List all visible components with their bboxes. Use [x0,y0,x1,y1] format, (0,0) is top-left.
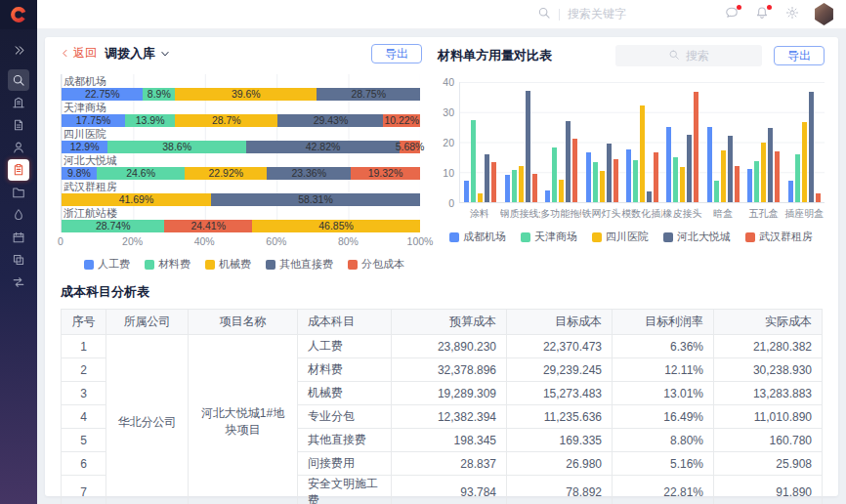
cell-actual-cost: 13,283.883 [714,382,823,405]
chevron-left-icon [61,49,69,58]
legend-item[interactable]: 武汉群租房 [745,230,813,244]
building-icon [12,96,25,109]
bar-segment-机械费: 28.7% [175,114,277,127]
legend-item[interactable]: 机械费 [205,257,251,272]
legend-swatch [745,232,755,242]
legend-item[interactable]: 四川医院 [592,230,649,244]
bar-segment-人工费: 9.8% [62,167,97,180]
legend-item[interactable]: 天津商场 [521,230,577,244]
grouped-bar-成都机场 [464,181,469,202]
stacked-chart-row: 武汉群租房41.69%58.31% [62,182,420,206]
sidebar [0,0,37,504]
app-logo[interactable] [0,0,37,29]
y-axis-tick: 30 [443,106,454,118]
global-search[interactable]: 搜索关键字 [537,6,673,23]
back-link[interactable]: 返回 [61,45,97,62]
grouped-bar-成都机场 [666,127,671,202]
sidebar-item-materials[interactable] [8,204,29,226]
chart-search-input[interactable]: 搜索 [615,45,762,66]
page-title: 调拨入库 [105,45,155,63]
sidebar-item-search[interactable] [8,69,29,91]
column-header: 序号 [62,310,106,335]
grouped-chart-x-axis: 涂料钢质接线盒多功能拖链铁网灯头模数化插座橡皮接头暗盒五孔盒插座明盒 [459,207,825,221]
cell-subject: 材料费 [298,358,392,382]
cell-target-margin: 13.01% [613,382,714,405]
dashboard-card: 返回 调拨入库 导出 成都机场22.75%8.9%39.6%28.75%天津商场… [45,37,838,496]
sidebar-item-documents[interactable] [8,114,29,136]
stacked-chart-row: 四川医院12.9%38.6%42.82%5.68% [62,129,420,153]
grouped-bar-天津商场 [795,154,800,203]
legend-item[interactable]: 人工费 [84,257,130,272]
x-axis-tick: 100% [407,235,434,247]
cell-actual-cost: 25.908 [714,452,823,476]
sidebar-item-expand[interactable] [8,39,29,61]
column-header: 实际成本 [714,310,823,335]
legend-item[interactable]: 材料费 [145,257,190,272]
legend-swatch [266,260,275,270]
bar-segment-其他直接费: 23.36% [267,167,351,180]
bar-category-label: 四川医院 [63,129,420,140]
cell-target-cost: 11,235.636 [507,405,613,429]
bar-group-多功能拖链 [541,82,581,202]
bar-segment-人工费: 12.9% [62,141,107,153]
legend-swatch [348,260,358,270]
grouped-bar-天津商场 [471,120,476,202]
notifications-button[interactable] [753,6,771,23]
bar-category-label: 武汉群租房 [63,182,420,192]
x-axis-tick: 60% [266,235,286,247]
x-axis-category-label: 模数化插座 [621,207,662,221]
bar-segment-分包成本: 19.32% [351,167,420,180]
bar-group-模数化插座 [622,82,662,202]
bar-segment-材料费: 24.6% [97,167,185,180]
user-avatar[interactable] [814,3,834,25]
bar-segment-其他直接费: 58.31% [211,193,420,206]
sidebar-item-members[interactable] [8,137,29,158]
bar-segment-人工费: 22.75% [62,88,143,101]
cell-subject: 人工费 [298,335,392,358]
legend-item[interactable]: 成都机场 [449,230,506,244]
grouped-bar-武汉群租房 [816,193,821,202]
settings-button[interactable] [783,6,801,23]
sidebar-item-inventory[interactable] [8,159,29,181]
table-title: 成本科目分析表 [61,283,823,301]
bar-segment-分包成本: 10.22% [383,114,420,127]
legend-label: 武汉群租房 [759,230,813,244]
legend-label: 天津商场 [534,230,577,244]
bar-group-inner [505,82,537,202]
legend-item[interactable]: 分包成本 [348,257,404,272]
sidebar-item-transfer[interactable] [8,272,29,293]
bar-group-橡皮接头 [662,82,702,202]
sidebar-item-copies[interactable] [8,249,29,271]
legend-item[interactable]: 其他直接费 [266,257,333,272]
stacked-bar: 9.8%24.6%22.92%23.36%19.32% [62,167,420,180]
bar-segment-机械费: 39.6% [175,88,317,101]
sidebar-item-company[interactable] [8,92,29,113]
cell-subject: 安全文明施工费 [298,476,392,504]
y-axis-tick: 10 [443,167,454,179]
messages-button[interactable] [723,6,740,23]
grouped-bar-四川医院 [478,193,483,202]
legend-item[interactable]: 河北大悦城 [663,230,731,244]
cell-budget-cost: 93.784 [392,476,507,504]
export-button-right[interactable]: 导出 [774,46,825,65]
grouped-bar-河北大悦城 [566,121,571,202]
y-axis-tick: 40 [443,76,454,88]
chevron-down-icon[interactable] [160,49,170,59]
cell-target-margin: 8.80% [613,429,714,452]
sidebar-item-schedule[interactable] [8,227,29,248]
grouped-bar-四川医院 [640,105,645,202]
copy-icon [12,253,25,267]
grouped-chart-plot [459,82,825,203]
drop-icon [12,208,25,222]
bar-segment-分包成本: 5.68% [400,141,420,153]
sidebar-item-files[interactable] [8,182,29,203]
grouped-bar-武汉群租房 [735,166,740,203]
grouped-bar-chart: 010203040 [438,82,825,203]
content-area: 返回 调拨入库 导出 成都机场22.75%8.9%39.6%28.75%天津商场… [37,29,846,504]
grouped-bar-四川医院 [761,143,766,202]
cell-budget-cost: 12,382.394 [392,405,507,429]
export-button-left[interactable]: 导出 [371,44,422,63]
grouped-bar-武汉群租房 [654,152,658,202]
back-label: 返回 [73,45,97,62]
global-search-placeholder: 搜索关键字 [568,6,673,22]
